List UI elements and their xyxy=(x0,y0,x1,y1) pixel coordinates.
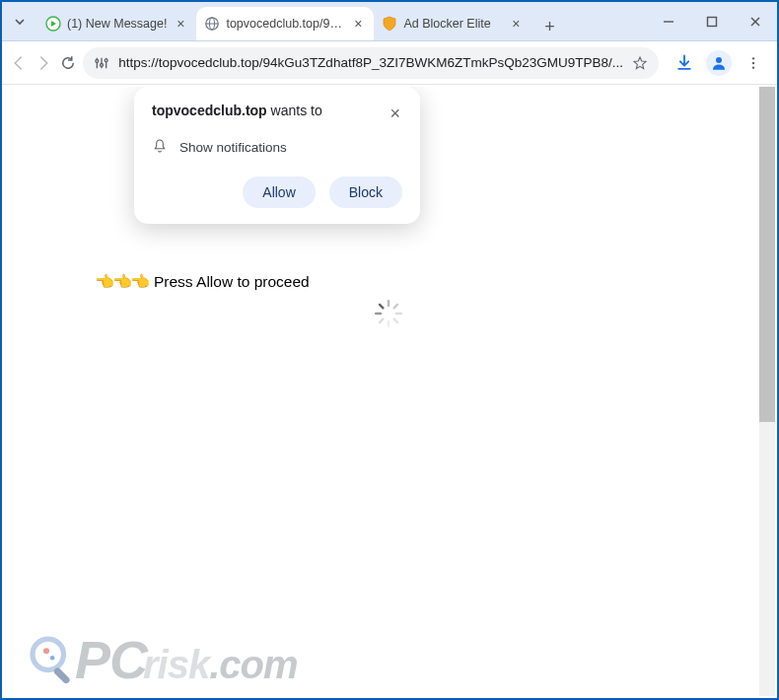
window-controls xyxy=(647,2,777,40)
toolbar: https://topvocedclub.top/94kGu3TZdhatf8P… xyxy=(2,41,777,85)
prompt-close-button[interactable]: × xyxy=(388,103,402,124)
bell-icon xyxy=(152,138,168,157)
play-icon xyxy=(45,16,61,32)
window-close-button[interactable] xyxy=(734,2,777,40)
permission-prompt: topvocedclub.top wants to × Show notific… xyxy=(134,87,420,224)
maximize-button[interactable] xyxy=(690,2,734,40)
tab-ad-blocker[interactable]: Ad Blocker Elite × xyxy=(374,7,531,40)
svg-point-29 xyxy=(50,656,55,661)
globe-icon xyxy=(204,16,220,32)
svg-line-24 xyxy=(380,319,383,322)
tab-strip: (1) New Message! × topvocedclub.top/94kG… xyxy=(37,2,647,40)
scrollbar-track[interactable] xyxy=(759,87,775,696)
tab-close-button[interactable]: × xyxy=(350,16,366,32)
svg-rect-5 xyxy=(708,17,717,26)
url-text: https://topvocedclub.top/94kGu3TZdhatf8P… xyxy=(118,55,623,70)
pointing-hand-emoji: 👈👈👈 xyxy=(95,272,148,291)
tab-title: Ad Blocker Elite xyxy=(403,17,502,31)
page-instruction: 👈👈👈 Press Allow to proceed xyxy=(95,272,310,291)
page-viewport: topvocedclub.top wants to × Show notific… xyxy=(4,87,775,696)
svg-point-12 xyxy=(101,63,104,66)
svg-point-13 xyxy=(105,58,107,61)
toolbar-right xyxy=(665,47,769,79)
back-button[interactable] xyxy=(10,47,29,79)
shield-icon xyxy=(382,16,397,32)
tab-close-button[interactable]: × xyxy=(508,16,524,32)
new-tab-button[interactable]: + xyxy=(535,13,563,40)
prompt-wants-to: wants to xyxy=(271,103,322,118)
instruction-text: Press Allow to proceed xyxy=(154,273,310,291)
block-button[interactable]: Block xyxy=(329,176,402,208)
bookmark-star-icon[interactable] xyxy=(631,55,649,71)
svg-point-27 xyxy=(33,639,64,670)
loading-spinner-icon xyxy=(373,298,404,333)
site-settings-icon[interactable] xyxy=(93,55,110,71)
watermark-r: r xyxy=(143,643,158,687)
svg-point-17 xyxy=(752,61,754,63)
tab-close-button[interactable]: × xyxy=(173,16,188,32)
watermark-dotcom: .com xyxy=(209,643,297,687)
reload-button[interactable] xyxy=(59,47,78,79)
downloads-button[interactable] xyxy=(669,47,700,79)
magnifier-icon xyxy=(26,632,81,687)
allow-button[interactable]: Allow xyxy=(243,176,315,208)
watermark-logo: PC r isk .com xyxy=(26,629,298,690)
search-tabs-button[interactable] xyxy=(2,2,37,40)
forward-button[interactable] xyxy=(35,47,53,79)
scrollbar-thumb[interactable] xyxy=(759,87,775,422)
watermark-isk: isk xyxy=(158,643,210,687)
menu-button[interactable] xyxy=(738,47,769,79)
svg-point-16 xyxy=(752,57,754,59)
tab-topvocedclub[interactable]: topvocedclub.top/94kG × xyxy=(196,7,374,40)
profile-avatar[interactable] xyxy=(706,50,732,76)
minimize-button[interactable] xyxy=(647,2,690,40)
svg-line-20 xyxy=(394,305,397,308)
tab-title: (1) New Message! xyxy=(67,17,167,31)
watermark-pc: PC xyxy=(75,629,147,690)
svg-point-15 xyxy=(716,57,722,63)
svg-point-28 xyxy=(43,648,49,654)
svg-rect-30 xyxy=(52,666,71,685)
address-bar[interactable]: https://topvocedclub.top/94kGu3TZdhatf8P… xyxy=(83,47,659,79)
svg-line-26 xyxy=(380,305,383,308)
tab-new-message[interactable]: (1) New Message! × xyxy=(37,7,196,40)
prompt-title: topvocedclub.top wants to xyxy=(152,103,322,118)
titlebar: (1) New Message! × topvocedclub.top/94kG… xyxy=(2,2,777,41)
svg-point-11 xyxy=(96,59,99,62)
browser-window: (1) New Message! × topvocedclub.top/94kG… xyxy=(0,0,779,700)
svg-point-18 xyxy=(752,66,754,68)
prompt-permission-label: Show notifications xyxy=(179,140,287,155)
tab-title: topvocedclub.top/94kG xyxy=(226,17,344,31)
prompt-domain: topvocedclub.top xyxy=(152,103,267,118)
svg-line-22 xyxy=(394,319,397,322)
